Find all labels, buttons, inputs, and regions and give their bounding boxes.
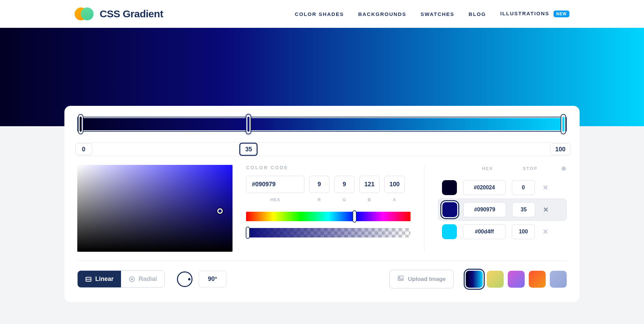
hue-handle[interactable] — [353, 210, 357, 223]
hex-sublabel: HEX — [246, 197, 304, 202]
svg-point-5 — [399, 277, 400, 278]
stop-delete-1[interactable]: ✕ — [541, 206, 550, 214]
nav-color-shades[interactable]: COLOR SHADES — [295, 11, 344, 17]
angle-control — [177, 271, 226, 287]
radial-icon — [128, 276, 135, 283]
app-header: CSS Gradient COLOR SHADES BACKGROUNDS SW… — [0, 0, 644, 28]
main-nav: COLOR SHADES BACKGROUNDS SWATCHES BLOG I… — [295, 11, 569, 17]
linear-icon — [85, 276, 92, 283]
new-badge: NEW — [554, 11, 569, 17]
gradient-bar[interactable] — [77, 117, 567, 132]
b-input[interactable] — [359, 176, 380, 193]
add-stop-icon[interactable]: ⊕ — [542, 165, 567, 172]
bottom-row: Linear Radial Upload Image — [77, 270, 567, 288]
color-code-sublabels: HEX R G B A — [246, 197, 410, 202]
gradient-handle-0[interactable] — [78, 114, 83, 134]
gradient-handle-2[interactable] — [561, 114, 566, 134]
type-segmented: Linear Radial — [77, 270, 165, 288]
stop-position-2[interactable]: 100 — [550, 144, 570, 155]
stops-list: HEX STOP ⊕ ✕ ✕ ✕ — [438, 165, 567, 252]
stop-pos-1[interactable] — [512, 202, 535, 217]
hex-input[interactable] — [246, 176, 304, 193]
nav-swatches[interactable]: SWATCHES — [421, 11, 455, 17]
stop-hex-2[interactable] — [463, 224, 506, 239]
stop-swatch-1[interactable] — [442, 202, 457, 217]
color-code-label: COLOR CODE — [246, 165, 410, 170]
stops-header: HEX STOP ⊕ — [438, 165, 567, 172]
saturation-value-picker[interactable] — [77, 165, 233, 252]
nav-backgrounds[interactable]: BACKGROUNDS — [358, 11, 406, 17]
r-input[interactable] — [309, 176, 329, 193]
color-code-block: COLOR CODE HEX R G B A — [246, 165, 410, 252]
preset-0[interactable] — [466, 271, 483, 288]
preset-4[interactable] — [550, 271, 567, 288]
editor-panel: 0 35 100 COLOR CODE HEX R G B — [64, 106, 580, 302]
logo-icon — [75, 4, 94, 23]
radial-button[interactable]: Radial — [121, 271, 164, 287]
g-input[interactable] — [334, 176, 355, 193]
upload-label: Upload Image — [408, 276, 446, 283]
preset-2[interactable] — [508, 271, 525, 288]
a-input[interactable] — [384, 176, 405, 193]
angle-input[interactable] — [199, 271, 226, 287]
stop-position-0[interactable]: 0 — [75, 144, 92, 155]
stop-delete-0[interactable]: ✕ — [541, 184, 550, 192]
stop-hex-0[interactable] — [463, 180, 506, 195]
nav-blog[interactable]: BLOG — [469, 11, 486, 17]
stop-swatch-2[interactable] — [442, 224, 457, 239]
radial-label: Radial — [139, 275, 157, 283]
image-icon — [397, 275, 404, 283]
stop-item-0[interactable]: ✕ — [438, 177, 567, 198]
upload-image-button[interactable]: Upload Image — [389, 270, 454, 288]
stop-pos-0[interactable] — [512, 180, 535, 195]
nav-illustrations[interactable]: ILLUSTRATIONS NEW — [500, 11, 569, 17]
gradient-handle-1[interactable] — [246, 114, 251, 134]
a-sublabel: A — [384, 197, 405, 202]
linear-button[interactable]: Linear — [78, 271, 121, 287]
stop-position-1[interactable]: 35 — [239, 143, 258, 156]
hue-slider[interactable] — [246, 212, 410, 221]
svg-point-3 — [131, 278, 133, 280]
stops-header-stop: STOP — [518, 166, 542, 171]
stop-pos-2[interactable] — [512, 224, 535, 239]
b-sublabel: B — [359, 197, 380, 202]
brand-title: CSS Gradient — [100, 8, 163, 20]
gradient-bar-wrap — [77, 117, 567, 132]
linear-label: Linear — [95, 275, 114, 283]
brand[interactable]: CSS Gradient — [75, 4, 163, 23]
angle-knob[interactable] — [177, 271, 193, 287]
stop-delete-2[interactable]: ✕ — [541, 228, 550, 236]
nav-illustrations-label: ILLUSTRATIONS — [500, 11, 549, 16]
divider — [424, 165, 424, 252]
r-sublabel: R — [309, 197, 329, 202]
preset-list — [466, 271, 567, 288]
stops-header-hex: HEX — [457, 166, 518, 171]
angle-dot-icon — [188, 278, 190, 280]
stop-position-row: 0 35 100 — [77, 142, 567, 156]
stop-hex-1[interactable] — [463, 202, 506, 217]
stop-item-1[interactable]: ✕ — [438, 198, 567, 221]
sv-cursor[interactable] — [217, 208, 223, 214]
stop-swatch-0[interactable] — [442, 180, 457, 195]
color-picker — [77, 165, 233, 252]
preset-1[interactable] — [487, 271, 504, 288]
preset-3[interactable] — [529, 271, 546, 288]
g-sublabel: G — [334, 197, 355, 202]
alpha-handle[interactable] — [246, 227, 250, 239]
alpha-slider[interactable] — [246, 228, 410, 237]
stop-item-2[interactable]: ✕ — [438, 221, 567, 243]
